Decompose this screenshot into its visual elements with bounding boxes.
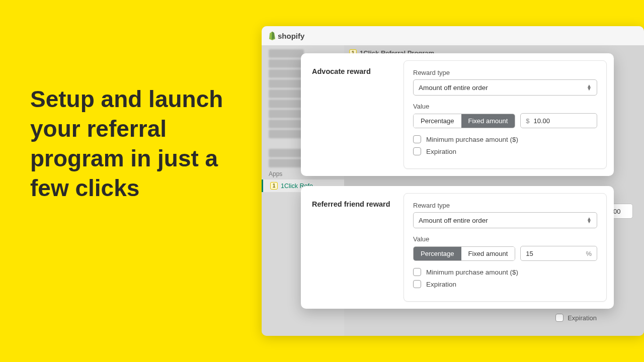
hero: Setup and launch your referral program i…	[30, 84, 242, 203]
friend-expiration-label: Expiration	[426, 281, 456, 288]
shopify-bag-icon	[268, 31, 276, 40]
percent-suffix: %	[586, 250, 592, 257]
chevron-updown-icon: ▲▼	[587, 84, 592, 90]
advocate-amount-field[interactable]	[534, 117, 592, 125]
friend-reward-type-selected: Amount off entire order	[419, 217, 488, 224]
hero-headline: Setup and launch your referral program i…	[30, 84, 242, 203]
friend-reward-type-select[interactable]: Amount off entire order ▲▼	[413, 212, 597, 228]
advocate-reward-type-select[interactable]: Amount off entire order ▲▼	[413, 79, 597, 96]
friend-reward-type-label: Reward type	[413, 202, 597, 209]
shopify-brand-text: shopify	[278, 32, 304, 40]
bg-expiration-label: Expiration	[568, 314, 597, 322]
shopify-brand: shopify	[268, 31, 304, 40]
friend-min-checkbox[interactable]	[413, 268, 421, 276]
chevron-updown-icon: ▲▼	[587, 217, 592, 223]
app-badge-icon: 1	[270, 182, 278, 190]
advocate-value-type-toggle[interactable]: Percentage Fixed amount	[413, 114, 515, 128]
advocate-value-label: Value	[413, 103, 597, 110]
bg-expiration-checkbox[interactable]	[555, 314, 564, 322]
advocate-amount-input[interactable]: $	[520, 113, 597, 128]
admin-topbar: shopify	[262, 26, 644, 45]
friend-min-label: Minimum purchase amount ($)	[426, 268, 518, 276]
friend-amount-field[interactable]	[526, 250, 582, 257]
advocate-heading: Advocate reward	[312, 67, 392, 75]
friend-heading: Referred friend reward	[312, 200, 392, 208]
sidebar-apps-label: Apps	[269, 170, 282, 177]
advocate-reward-type-selected: Amount off entire order	[419, 84, 488, 92]
friend-percentage-tab[interactable]: Percentage	[414, 247, 461, 260]
advocate-expiration-checkbox[interactable]	[413, 147, 421, 155]
friend-value-type-toggle[interactable]: Percentage Fixed amount	[413, 246, 515, 261]
advocate-fixed-tab[interactable]: Fixed amount	[461, 114, 515, 128]
friend-amount-input[interactable]: %	[520, 246, 597, 261]
advocate-percentage-tab[interactable]: Percentage	[414, 114, 461, 128]
advocate-reward-card: Advocate reward Reward type Amount off e…	[301, 53, 614, 176]
bg-expiration-row: Expiration	[555, 314, 597, 322]
advocate-min-label: Minimum purchase amount ($)	[426, 136, 518, 143]
advocate-min-checkbox[interactable]	[413, 135, 421, 143]
advocate-expiration-label: Expiration	[426, 148, 456, 155]
friend-value-label: Value	[413, 235, 597, 243]
currency-prefix: $	[526, 117, 529, 125]
friend-expiration-checkbox[interactable]	[413, 280, 421, 288]
advocate-reward-type-label: Reward type	[413, 69, 597, 76]
friend-reward-card: Referred friend reward Reward type Amoun…	[301, 186, 614, 309]
friend-fixed-tab[interactable]: Fixed amount	[461, 247, 515, 260]
